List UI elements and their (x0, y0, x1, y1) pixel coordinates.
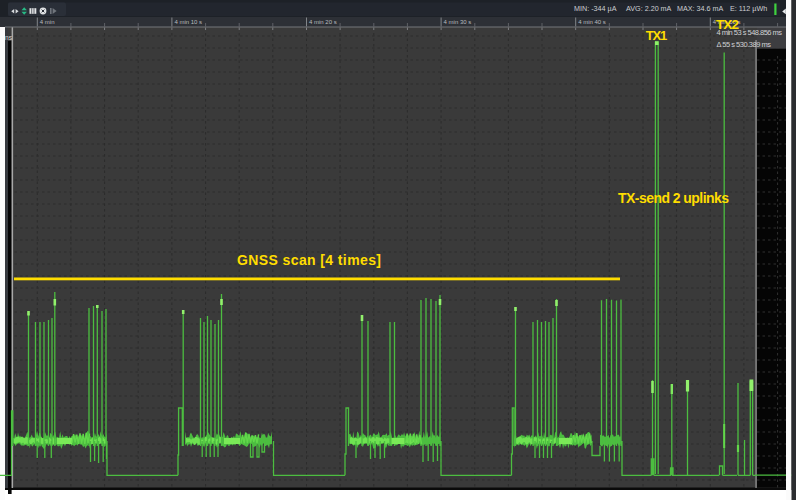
svg-text:MAX: 34.6 mA: MAX: 34.6 mA (677, 4, 724, 13)
svg-text:E: 112 µWh: E: 112 µWh (730, 4, 767, 13)
svg-text:4 min 40 s: 4 min 40 s (578, 19, 606, 25)
svg-text:4 min: 4 min (40, 19, 55, 25)
svg-text:MIN: -344 µA: MIN: -344 µA (574, 4, 617, 13)
svg-text:TX2: TX2 (716, 17, 739, 32)
svg-text:4 min 30 s: 4 min 30 s (444, 19, 472, 25)
svg-text:4 min 20 s: 4 min 20 s (309, 19, 337, 25)
svg-text:TX1: TX1 (646, 28, 668, 43)
svg-text:4 min 10 s: 4 min 10 s (174, 19, 202, 25)
svg-text:AVG: 2.20 mA: AVG: 2.20 mA (626, 4, 672, 13)
svg-text:Δ 55 s 530.389 ms: Δ 55 s 530.389 ms (717, 40, 772, 49)
svg-text:GNSS scan [4 times]: GNSS scan [4 times] (237, 252, 381, 268)
svg-text:ns: ns (5, 34, 13, 41)
svg-text:TX-send 2 uplinks: TX-send 2 uplinks (618, 190, 729, 206)
